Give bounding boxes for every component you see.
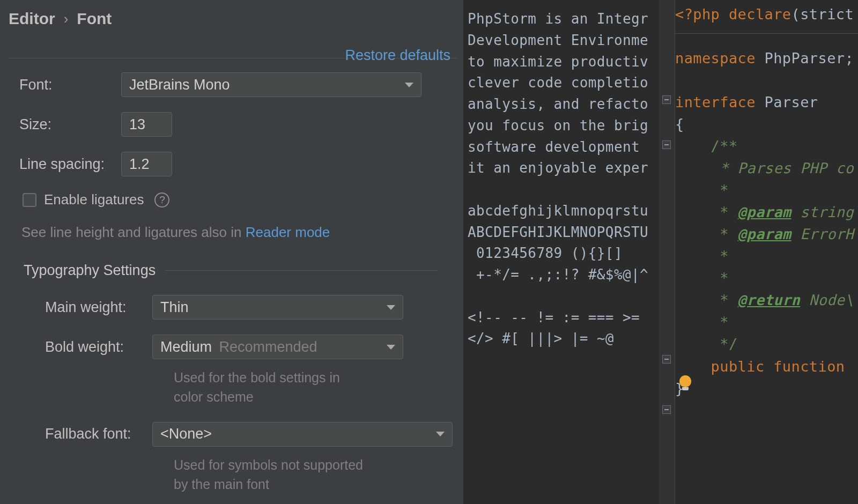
- section-rule: [165, 270, 438, 271]
- main-weight-select[interactable]: Thin: [152, 295, 403, 320]
- bold-weight-value: Medium: [160, 339, 212, 355]
- chevron-down-icon: [405, 83, 413, 87]
- main-weight-value: Thin: [160, 299, 189, 316]
- fold-icon[interactable]: [662, 355, 671, 364]
- font-select[interactable]: JetBrains Mono: [121, 72, 421, 97]
- fallback-font-value: <None>: [160, 426, 212, 442]
- hint-prefix: See line height and ligatures also in: [21, 224, 246, 240]
- main-weight-label: Main weight:: [45, 299, 152, 316]
- enable-ligatures-label: Enable ligatures: [44, 191, 144, 208]
- size-input[interactable]: [121, 112, 172, 137]
- chevron-down-icon: [387, 305, 395, 310]
- breadcrumb-current: Font: [77, 10, 112, 28]
- font-preview-panel: PhpStorm is an Integr Development Enviro…: [463, 0, 659, 504]
- breadcrumb-parent[interactable]: Editor: [9, 10, 55, 28]
- reader-mode-link[interactable]: Reader mode: [246, 224, 330, 240]
- font-label: Font:: [19, 77, 121, 93]
- chevron-down-icon: [436, 432, 445, 436]
- enable-ligatures-checkbox[interactable]: [23, 193, 36, 207]
- typography-section-header: Typography Settings: [24, 262, 453, 279]
- typography-title: Typography Settings: [24, 262, 156, 279]
- chevron-down-icon: [387, 345, 395, 350]
- fallback-font-label: Fallback font:: [45, 426, 152, 442]
- linespacing-label: Line spacing:: [19, 156, 121, 173]
- code-preview-panel: <?php declare(strict namespace PhpParser…: [659, 0, 858, 504]
- chevron-right-icon: ›: [64, 11, 69, 27]
- fold-icon[interactable]: [662, 140, 671, 149]
- linespacing-input[interactable]: [121, 152, 172, 176]
- bold-weight-hint: Used for the bold settings in color sche…: [174, 368, 367, 407]
- hint-text: See line height and ligatures also in Re…: [21, 224, 453, 241]
- help-icon[interactable]: ?: [154, 192, 169, 207]
- editor-gutter: [659, 0, 675, 504]
- fallback-font-hint: Used for symbols not supported by the ma…: [174, 455, 367, 494]
- fold-icon[interactable]: [662, 95, 671, 104]
- bold-weight-label: Bold weight:: [45, 339, 152, 355]
- bold-weight-select[interactable]: Medium Recommended: [152, 335, 403, 359]
- bold-weight-recommended: Recommended: [219, 339, 317, 355]
- fold-icon[interactable]: [662, 405, 671, 414]
- settings-panel: Editor › Font Restore defaults Font: Jet…: [0, 0, 463, 504]
- code-text: <?php declare(strict namespace PhpParser…: [675, 3, 858, 399]
- restore-defaults-link[interactable]: Restore defaults: [345, 47, 450, 64]
- fallback-font-select[interactable]: <None>: [152, 422, 453, 447]
- font-select-value: JetBrains Mono: [129, 77, 230, 93]
- size-label: Size:: [19, 116, 121, 133]
- preview-text: PhpStorm is an Integr Development Enviro…: [468, 9, 659, 350]
